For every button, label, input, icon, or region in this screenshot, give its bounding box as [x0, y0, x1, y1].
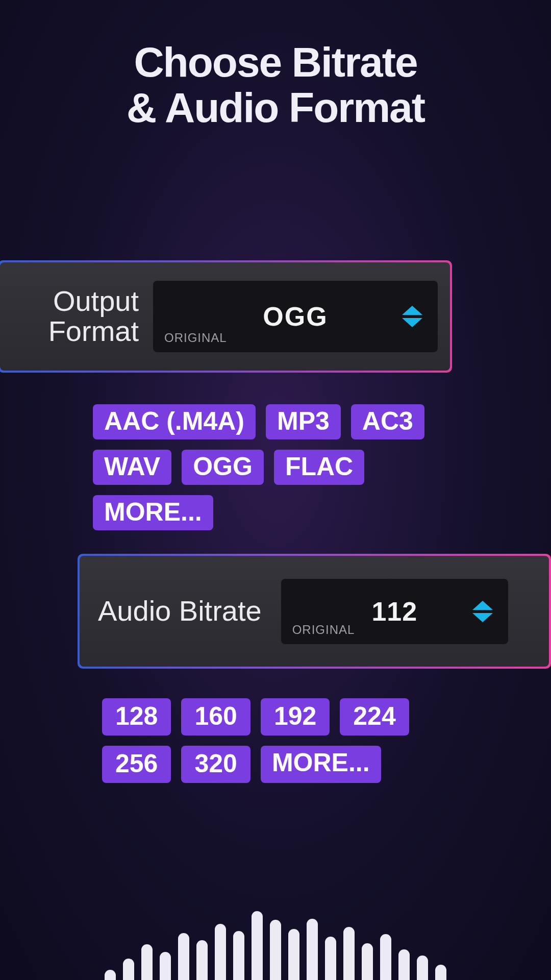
chevron-down-icon [402, 318, 422, 327]
bitrate-option-256[interactable]: 256 [102, 746, 171, 783]
output-format-dropdown[interactable]: OGG ORIGINAL [153, 281, 438, 352]
format-option-ogg[interactable]: OGG [182, 450, 264, 485]
output-format-label-line2: Format [48, 315, 139, 347]
audio-bitrate-dropdown[interactable]: 112 ORIGINAL [281, 579, 508, 644]
format-option-wav[interactable]: WAV [93, 450, 171, 485]
waveform-decoration [0, 909, 551, 980]
page-title: Choose Bitrate & Audio Format [0, 0, 551, 130]
chevron-down-icon [472, 613, 493, 622]
spinner-icon[interactable] [401, 303, 423, 330]
output-format-label: Output Format [0, 286, 153, 347]
bitrate-option-more[interactable]: MORE... [261, 746, 381, 783]
audio-bitrate-options: 128 160 192 224 256 320 MORE... [102, 698, 449, 783]
format-option-flac[interactable]: FLAC [274, 450, 364, 485]
audio-bitrate-value: 112 [371, 596, 417, 627]
spinner-icon[interactable] [471, 598, 494, 625]
output-format-label-line1: Output [53, 285, 139, 317]
format-option-ac3[interactable]: AC3 [351, 404, 424, 439]
audio-bitrate-label: Audio Bitrate [80, 596, 272, 626]
bitrate-option-320[interactable]: 320 [181, 746, 250, 783]
format-option-mp3[interactable]: MP3 [266, 404, 341, 439]
format-option-more[interactable]: MORE... [93, 495, 213, 530]
format-option-aac[interactable]: AAC (.M4A) [93, 404, 256, 439]
audio-bitrate-card: Audio Bitrate 112 ORIGINAL [78, 554, 551, 669]
bitrate-option-128[interactable]: 128 [102, 698, 171, 736]
audio-bitrate-original-tag: ORIGINAL [292, 623, 355, 637]
title-line-1: Choose Bitrate [134, 39, 417, 85]
bitrate-option-160[interactable]: 160 [181, 698, 250, 736]
output-format-value: OGG [263, 301, 328, 332]
output-format-card: Output Format OGG ORIGINAL [0, 260, 452, 373]
output-format-card-inner: Output Format OGG ORIGINAL [0, 262, 450, 371]
output-format-options: AAC (.M4A) MP3 AC3 WAV OGG FLAC MORE... [93, 404, 481, 530]
bitrate-option-192[interactable]: 192 [261, 698, 330, 736]
chevron-up-icon [402, 306, 422, 315]
audio-bitrate-card-inner: Audio Bitrate 112 ORIGINAL [80, 556, 549, 667]
output-format-original-tag: ORIGINAL [164, 331, 227, 345]
bitrate-option-224[interactable]: 224 [340, 698, 409, 736]
title-line-2: & Audio Format [127, 84, 424, 131]
chevron-up-icon [472, 601, 493, 610]
